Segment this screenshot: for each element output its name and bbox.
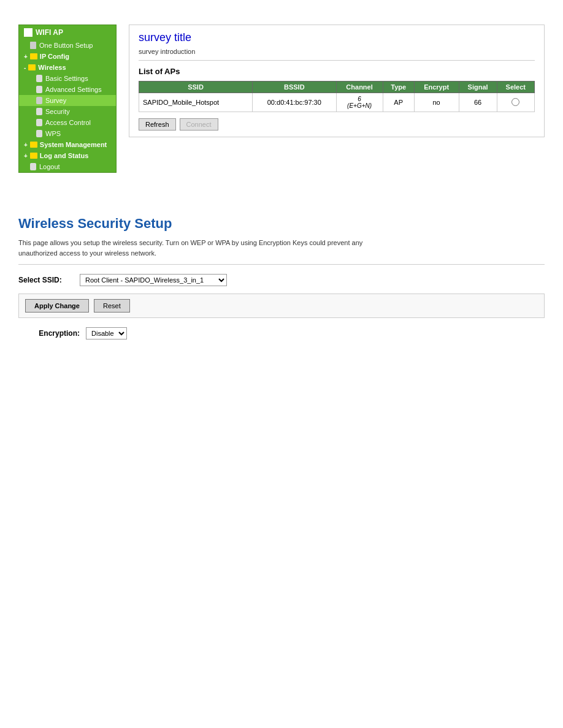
- folder-icon: [30, 142, 37, 148]
- sidebar-label-access-control: Access Control: [45, 119, 91, 126]
- cell-channel: 6(E+G+N): [336, 93, 383, 112]
- sidebar-label-wps: WPS: [45, 130, 61, 137]
- page-icon: [30, 42, 36, 49]
- sidebar-label-system-management: System Management: [40, 141, 107, 148]
- select-ssid-label: Select SSID:: [18, 276, 74, 284]
- sidebar-label-basic-settings: Basic Settings: [45, 75, 88, 82]
- col-header-ssid: SSID: [139, 82, 253, 93]
- cell-ssid: SAPIDO_Mobile_Hotspot: [139, 93, 253, 112]
- col-header-select: Select: [497, 82, 534, 93]
- page-icon: [30, 163, 36, 170]
- wifi-icon: [24, 28, 33, 37]
- sidebar-item-ip-config[interactable]: + IP Config: [19, 51, 116, 62]
- encryption-select[interactable]: Disable WEP WPA WPA2: [86, 327, 127, 339]
- sidebar-item-logout[interactable]: Logout: [19, 161, 116, 172]
- reset-button[interactable]: Reset: [94, 299, 130, 313]
- ap-buttons: Refresh Connect: [139, 118, 535, 131]
- page-icon: [36, 97, 42, 104]
- expand-icon: +: [24, 142, 28, 148]
- section-divider: [18, 264, 545, 265]
- cell-type: AP: [383, 93, 414, 112]
- page-icon: [36, 86, 42, 93]
- survey-section: survey title survey introduction List of…: [129, 25, 545, 137]
- sidebar-header: WIFI AP: [19, 25, 116, 40]
- wireless-security-desc: This page allows you setup the wireless …: [18, 238, 374, 258]
- encryption-row: Encryption: Disable WEP WPA WPA2: [18, 327, 545, 339]
- page-icon: [36, 108, 42, 115]
- sidebar-title: WIFI AP: [36, 28, 63, 37]
- expand-icon: +: [24, 153, 28, 159]
- folder-icon: [30, 53, 37, 59]
- col-header-type: Type: [383, 82, 414, 93]
- page-icon: [36, 119, 42, 126]
- cell-encrypt: no: [414, 93, 459, 112]
- table-row: SAPIDO_Mobile_Hotspot 00:d0:41:bc:97:30 …: [139, 93, 535, 112]
- page-icon: [36, 75, 42, 82]
- survey-title: survey title: [139, 31, 535, 44]
- connect-button[interactable]: Connect: [180, 118, 218, 131]
- ssid-select[interactable]: Root Client - SAPIDO_Wireless_3_in_1: [80, 274, 227, 286]
- survey-main-content: survey title survey introduction List of…: [129, 25, 545, 173]
- sidebar-item-wps[interactable]: WPS: [19, 128, 116, 139]
- expand-icon: -: [24, 64, 26, 71]
- folder-icon: [28, 64, 36, 70]
- sidebar-item-log-and-status[interactable]: + Log and Status: [19, 150, 116, 161]
- col-header-signal: Signal: [459, 82, 497, 93]
- ap-select-radio[interactable]: [511, 98, 519, 106]
- col-header-bssid: BSSID: [253, 82, 336, 93]
- col-header-channel: Channel: [336, 82, 383, 93]
- encryption-label: Encryption:: [25, 329, 80, 338]
- sidebar-item-survey[interactable]: Survey: [19, 95, 116, 106]
- ap-table: SSID BSSID Channel Type Encrypt Signal S…: [139, 81, 535, 112]
- page-icon: [36, 130, 42, 137]
- wireless-security-title: Wireless Security Setup: [18, 216, 545, 232]
- sidebar-label-one-button-setup: One Button Setup: [39, 42, 93, 49]
- sidebar-label-advanced-settings: Advanced Settings: [45, 86, 102, 93]
- sidebar-item-wireless[interactable]: - Wireless: [19, 62, 116, 73]
- refresh-button[interactable]: Refresh: [139, 118, 176, 131]
- sidebar-item-advanced-settings[interactable]: Advanced Settings: [19, 84, 116, 95]
- sidebar: WIFI AP One Button Setup + IP Config - W…: [18, 25, 117, 173]
- col-header-encrypt: Encrypt: [414, 82, 459, 93]
- sidebar-item-security[interactable]: Security: [19, 106, 116, 117]
- sidebar-label-log-and-status: Log and Status: [40, 152, 88, 159]
- apply-change-button[interactable]: Apply Change: [25, 299, 89, 313]
- cell-signal: 66: [459, 93, 497, 112]
- sidebar-label-wireless: Wireless: [38, 64, 66, 71]
- sidebar-label-survey: Survey: [45, 97, 66, 104]
- sidebar-item-system-management[interactable]: + System Management: [19, 139, 116, 150]
- sidebar-item-basic-settings[interactable]: Basic Settings: [19, 73, 116, 84]
- sidebar-item-access-control[interactable]: Access Control: [19, 117, 116, 128]
- expand-icon: +: [24, 53, 28, 60]
- apply-reset-row: Apply Change Reset: [18, 294, 545, 318]
- cell-bssid: 00:d0:41:bc:97:30: [253, 93, 336, 112]
- list-of-aps-title: List of APs: [139, 67, 535, 76]
- sidebar-item-one-button-setup[interactable]: One Button Setup: [19, 40, 116, 51]
- ssid-select-row: Select SSID: Root Client - SAPIDO_Wirele…: [18, 274, 545, 286]
- wireless-security-section: Wireless Security Setup This page allows…: [0, 203, 563, 352]
- sidebar-label-ip-config: IP Config: [40, 53, 69, 60]
- cell-select[interactable]: [497, 93, 534, 112]
- folder-icon: [30, 153, 37, 159]
- sidebar-label-security: Security: [45, 108, 70, 115]
- survey-introduction: survey introduction: [139, 48, 535, 61]
- sidebar-label-logout: Logout: [39, 163, 60, 170]
